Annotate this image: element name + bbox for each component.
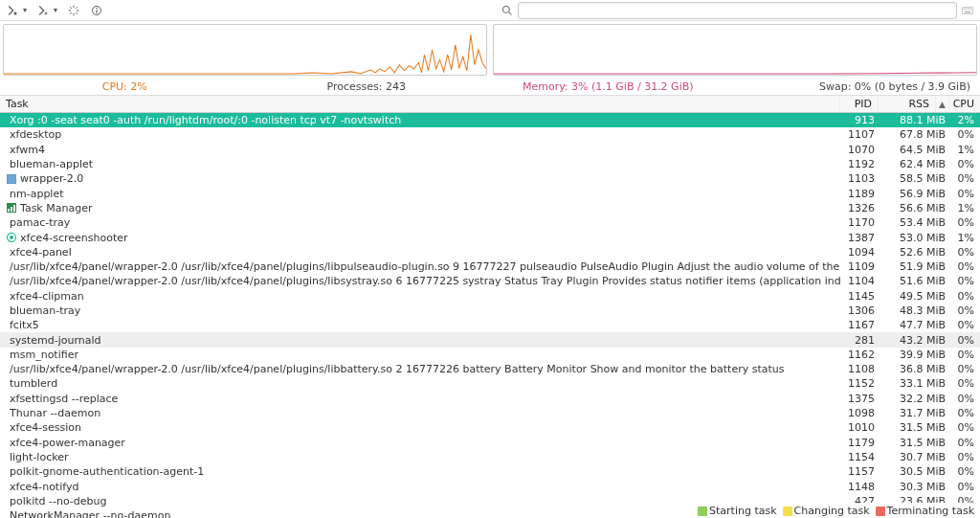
task-name: xfwm4 [10,144,45,156]
table-row[interactable]: xfce4-clipman114549.5 MiB0% [0,289,980,304]
cell-cpu: 0% [949,275,980,287]
cell-pid: 1104 [840,275,879,287]
table-row[interactable]: /usr/lib/xfce4/panel/wrapper-2.0 /usr/li… [0,362,980,376]
cell-pid: 1387 [840,232,879,244]
table-row[interactable]: xfce4-power-manager117931.5 MiB0% [0,436,980,450]
cell-cpu: 0% [949,421,980,434]
table-row[interactable]: blueman-tray130648.3 MiB0% [0,304,980,318]
cell-task: msm_notifier [0,349,840,361]
table-row[interactable]: systemd-journald28143.2 MiB0% [0,332,980,347]
cell-pid: 1103 [840,172,879,185]
table-row[interactable]: wrapper-2.0110358.5 MiB0% [0,171,980,186]
cell-rss: 47.7 MiB [879,319,949,331]
table-row[interactable]: tumblerd115233.1 MiB0% [0,376,980,391]
graph-area [0,21,980,79]
cell-cpu: 0% [949,172,980,185]
cell-pid: 1179 [840,437,879,449]
cell-pid: 1070 [840,144,879,156]
table-row[interactable]: Xorg :0 -seat seat0 -auth /run/lightdm/r… [0,113,980,127]
column-pid[interactable]: PID [840,96,879,112]
table-row[interactable]: xfsettingsd --replace137532.2 MiB0% [0,392,980,406]
search-input[interactable] [518,2,957,19]
exec-dropdown-icon[interactable]: ▾ [23,6,27,14]
cell-pid: 1109 [840,260,879,273]
table-row[interactable]: xfce4-panel109452.6 MiB0% [0,245,980,259]
run-dropdown-icon[interactable]: ▾ [54,6,57,14]
exec-command-icon[interactable] [6,4,19,17]
table-row[interactable]: xfdesktop110767.8 MiB0% [0,127,980,142]
table-row[interactable]: Task Manager132656.6 MiB1% [0,201,980,215]
table-row[interactable]: nm-applet118956.9 MiB0% [0,186,980,200]
cell-cpu: 0% [949,188,980,200]
cell-rss: 30.5 MiB [879,465,949,478]
table-row[interactable]: polkit-gnome-authentication-agent-111573… [0,464,980,479]
cell-task: xfce4-session [0,421,840,434]
svg-rect-8 [965,8,966,9]
cell-pid: 1157 [840,465,879,478]
svg-point-4 [503,6,510,12]
search-container [501,2,974,19]
task-name: pamac-tray [10,216,70,229]
cell-task: xfce4-notifyd [0,481,840,493]
column-task[interactable]: Task [0,96,840,112]
task-name: Task Manager [20,202,92,214]
cell-task: light-locker [0,451,840,463]
generic-icon [6,173,17,185]
status-swap: Swap: 0% (0 bytes / 3.9 GiB) [729,80,977,93]
task-name: blueman-applet [10,158,93,170]
cell-task: tumblerd [0,377,840,390]
table-row[interactable]: /usr/lib/xfce4/panel/wrapper-2.0 /usr/li… [0,259,980,274]
cell-cpu: 0% [949,319,980,331]
cell-rss: 58.5 MiB [879,172,949,185]
table-row[interactable]: blueman-applet119262.4 MiB0% [0,157,980,171]
cell-rss: 43.2 MiB [879,334,949,347]
cell-rss: 30.7 MiB [879,451,949,463]
run-icon[interactable] [36,4,50,17]
task-name: xfce4-session [10,421,81,434]
table-row[interactable]: xfce4-notifyd114830.3 MiB0% [0,479,980,493]
cell-cpu: 0% [949,334,980,347]
cell-rss: 31.5 MiB [879,421,949,434]
cell-cpu: 2% [949,114,980,126]
memory-graph [493,24,977,76]
info-icon[interactable] [90,4,103,17]
svg-rect-15 [8,209,10,212]
cell-cpu: 1% [949,144,980,156]
status-cpu: CPU: 2% [4,80,246,93]
task-name: NetworkManager --no-daemon [10,509,170,518]
cell-rss: 31.7 MiB [879,407,949,419]
table-row[interactable]: msm_notifier116239.9 MiB0% [0,348,980,362]
table-row[interactable]: xfwm4107064.5 MiB1% [0,143,980,157]
legend-starting-label: Starting task [709,505,777,517]
taskmgr-icon [6,202,17,214]
table-row[interactable]: xfce4-session101031.5 MiB0% [0,420,980,435]
cell-pid: 1145 [840,290,879,303]
cell-task: Task Manager [0,202,840,214]
legend-terminating-swatch [876,507,885,516]
svg-line-5 [509,11,512,14]
table-row[interactable]: /usr/lib/xfce4/panel/wrapper-2.0 /usr/li… [0,274,980,288]
svg-rect-16 [11,207,12,212]
table-row[interactable]: fcitx5116747.7 MiB0% [0,318,980,332]
table-row[interactable]: light-locker115430.7 MiB0% [0,450,980,464]
cell-pid: 1167 [840,319,879,331]
cell-rss: 64.5 MiB [879,144,949,156]
cell-pid: 1098 [840,407,879,419]
cell-pid: 1152 [840,377,879,390]
cell-cpu: 0% [949,246,980,259]
cell-task: pamac-tray [0,216,840,229]
sort-indicator-icon[interactable]: ▲ [936,96,949,112]
table-row[interactable]: Thunar --daemon109831.7 MiB0% [0,406,980,420]
cell-task: /usr/lib/xfce4/panel/wrapper-2.0 /usr/li… [0,260,840,273]
cell-cpu: 0% [949,393,980,405]
cell-task: xfdesktop [0,128,840,141]
settings-icon[interactable] [67,4,80,17]
table-row[interactable]: xfce4-screenshooter138753.0 MiB1% [0,230,980,244]
task-name: xfce4-screenshooter [20,232,128,244]
table-row[interactable]: pamac-tray117053.4 MiB0% [0,215,980,230]
column-cpu[interactable]: CPU [949,96,980,112]
column-rss[interactable]: RSS [879,96,936,112]
svg-rect-13 [7,174,16,184]
cell-task: xfsettingsd --replace [0,393,840,405]
cell-cpu: 0% [949,216,980,229]
